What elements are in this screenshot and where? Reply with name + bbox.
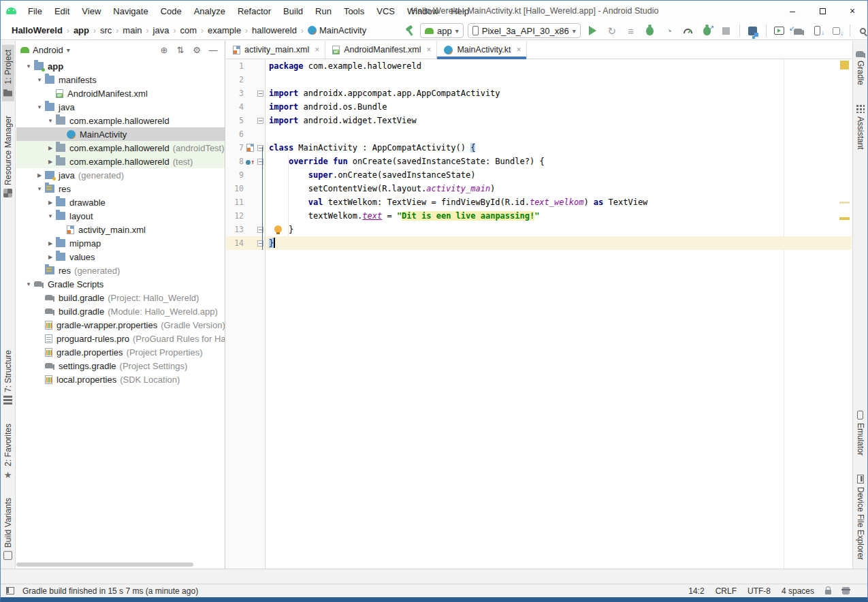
locate-file-button[interactable]: ⊕ bbox=[158, 45, 170, 55]
device-select[interactable]: Pixel_3a_API_30_x86 ▾ bbox=[468, 23, 581, 38]
code-pane[interactable]: package com.example.hallowereldimport an… bbox=[266, 59, 852, 569]
gutter-line-12[interactable]: 12 bbox=[226, 209, 265, 223]
menu-file[interactable]: File bbox=[22, 1, 48, 21]
tree-row-drawable[interactable]: ▶drawable bbox=[16, 195, 225, 209]
tool-stripe-emulator[interactable]: Emulator bbox=[854, 406, 867, 460]
settings-gear-button[interactable]: ⚙ bbox=[191, 45, 203, 55]
tree-row-layout[interactable]: ▼layout bbox=[16, 209, 225, 223]
highlighting-level-icon[interactable] bbox=[842, 587, 850, 595]
tree-expanded-arrow-icon[interactable]: ▼ bbox=[23, 63, 34, 69]
maximize-button[interactable] bbox=[807, 1, 837, 21]
tool-stripe-device-file-explorer[interactable]: Device File Explorer bbox=[854, 470, 867, 565]
tree-row-com-example-hallowereld-test[interactable]: ▶com.example.hallowereld(test) bbox=[16, 155, 225, 168]
tree-row-build-gradle-module-hallo-wereld-app[interactable]: build.gradle(Module: Hallo_Wereld.app) bbox=[16, 304, 225, 318]
menu-navigate[interactable]: Navigate bbox=[107, 1, 154, 21]
gutter-line-2[interactable]: 2 bbox=[226, 73, 265, 86]
tree-collapsed-arrow-icon[interactable]: ▶ bbox=[45, 240, 56, 247]
search-everywhere-button[interactable] bbox=[855, 23, 868, 38]
run-configuration-select[interactable]: app ▾ bbox=[420, 23, 464, 38]
tree-row-values[interactable]: ▶values bbox=[16, 250, 225, 264]
gutter-line-1[interactable]: 1 bbox=[226, 59, 265, 73]
menu-build[interactable]: Build bbox=[277, 1, 309, 21]
tree-row-com-example-hallowereld-androidtest[interactable]: ▶com.example.hallowereld(androidTest) bbox=[16, 141, 225, 155]
menu-run[interactable]: Run bbox=[309, 1, 338, 21]
gutter-line-9[interactable]: 9 bbox=[226, 168, 265, 182]
tree-row-mipmap[interactable]: ▶mipmap bbox=[16, 236, 225, 250]
inspections-indicator[interactable] bbox=[840, 61, 849, 69]
indent-setting[interactable]: 4 spaces bbox=[782, 586, 814, 596]
gutter-line-4[interactable]: 4 bbox=[226, 100, 265, 114]
apply-code-changes-button[interactable]: ≡ bbox=[623, 23, 639, 38]
tree-row-androidmanifest-xml[interactable]: AndroidManifest.xml bbox=[16, 86, 225, 100]
tree-expanded-arrow-icon[interactable]: ▼ bbox=[23, 281, 34, 287]
tool-stripe-resource-manager[interactable]: Resource Manager bbox=[2, 111, 14, 202]
hide-panel-button[interactable]: — bbox=[207, 45, 219, 55]
tree-row-java-generated[interactable]: ▶java(generated) bbox=[16, 168, 225, 182]
tool-stripe-7-structure[interactable]: 7: Structure bbox=[2, 345, 14, 409]
apply-changes-restart-button[interactable]: ↻ bbox=[604, 23, 620, 38]
gutter-line-11[interactable]: 11 bbox=[226, 195, 265, 209]
tree-row-app[interactable]: ▼app bbox=[16, 59, 225, 73]
tab-close-icon[interactable]: × bbox=[516, 45, 521, 54]
tab-activity-main-xml[interactable]: activity_main.xml× bbox=[226, 41, 325, 59]
tool-stripe-assistant[interactable]: Assistant bbox=[854, 99, 867, 155]
menu-analyze[interactable]: Analyze bbox=[188, 1, 231, 21]
tree-row-settings-gradle-project-settings[interactable]: settings.gradle(Project Settings) bbox=[16, 359, 225, 373]
fold-marker-icon[interactable] bbox=[257, 118, 263, 124]
minimize-button[interactable]: – bbox=[777, 1, 807, 21]
gutter-line-13[interactable]: 13 bbox=[226, 223, 265, 236]
stop-button[interactable] bbox=[718, 23, 735, 38]
debug-button[interactable] bbox=[642, 23, 658, 38]
breadcrumb-item-hallowereld[interactable]: HalloWereld bbox=[10, 25, 64, 35]
tree-row-com-example-hallowereld[interactable]: ▼com.example.hallowereld bbox=[16, 114, 225, 127]
gutter-line-6[interactable]: 6 bbox=[226, 127, 265, 141]
tree-row-java[interactable]: ▼java bbox=[16, 100, 225, 114]
warning-stripe-mark[interactable] bbox=[839, 202, 850, 204]
breadcrumb-item-hallowereld[interactable]: hallowereld bbox=[251, 25, 298, 35]
tool-stripe-2-favorites[interactable]: 2: Favorites bbox=[2, 419, 14, 484]
tree-row-gradle-scripts[interactable]: ▼Gradle Scripts bbox=[16, 277, 225, 291]
tree-row-manifests[interactable]: ▼manifests bbox=[16, 73, 225, 86]
layout-gutter-icon[interactable] bbox=[246, 144, 254, 152]
tree-row-mainactivity[interactable]: MainActivity bbox=[16, 127, 225, 141]
tree-row-gradle-properties-project-properties[interactable]: gradle.properties(Project Properties) bbox=[16, 345, 225, 359]
project-view-select[interactable]: Android ▾ bbox=[20, 45, 70, 55]
tree-expanded-arrow-icon[interactable]: ▼ bbox=[45, 118, 56, 124]
project-tree-horizontal-scrollbar[interactable] bbox=[16, 563, 193, 567]
tab-close-icon[interactable]: × bbox=[315, 45, 319, 54]
menu-refactor[interactable]: Refactor bbox=[231, 1, 277, 21]
sdk-manager-button[interactable]: ↓ bbox=[809, 23, 826, 38]
run-button[interactable] bbox=[585, 23, 601, 38]
breadcrumb-item-example[interactable]: example bbox=[206, 25, 242, 35]
tree-collapsed-arrow-icon[interactable]: ▶ bbox=[45, 200, 56, 206]
avd-manager-button[interactable] bbox=[771, 23, 788, 38]
gutter-line-10[interactable]: 10 bbox=[226, 182, 265, 195]
menu-vcs[interactable]: VCS bbox=[370, 1, 401, 21]
tree-row-build-gradle-project-hallo-wereld[interactable]: build.gradle(Project: Hallo_Wereld) bbox=[16, 291, 225, 304]
breadcrumb-item-app[interactable]: app bbox=[72, 25, 91, 35]
code-editor[interactable]: 1234567891011121314 package com.example.… bbox=[226, 59, 852, 569]
caret-position[interactable]: 14:2 bbox=[688, 586, 704, 596]
tree-expanded-arrow-icon[interactable]: ▼ bbox=[34, 77, 45, 83]
tab-close-icon[interactable]: × bbox=[426, 45, 431, 54]
tree-row-local-properties-sdk-location[interactable]: local.properties(SDK Location) bbox=[16, 373, 225, 386]
tab-androidmanifest-xml[interactable]: AndroidManifest.xml× bbox=[325, 41, 437, 59]
readonly-lock-icon[interactable] bbox=[825, 590, 831, 595]
run-coverage-button[interactable]: ◔ bbox=[661, 23, 677, 38]
tree-row-activity-main-xml[interactable]: activity_main.xml bbox=[16, 223, 225, 236]
breadcrumb-item-main[interactable]: main bbox=[121, 25, 143, 35]
line-separator[interactable]: CRLF bbox=[716, 586, 737, 596]
gutter-line-7[interactable]: 7 bbox=[226, 141, 265, 155]
override-gutter-icon[interactable] bbox=[246, 157, 254, 165]
tree-expanded-arrow-icon[interactable]: ▼ bbox=[34, 104, 45, 110]
fold-marker-icon[interactable] bbox=[257, 91, 263, 97]
tool-stripe-gradle[interactable]: Gradle bbox=[854, 45, 867, 90]
gutter-line-5[interactable]: 5 bbox=[226, 114, 265, 127]
tree-collapsed-arrow-icon[interactable]: ▶ bbox=[45, 159, 56, 165]
tool-stripe-build-variants[interactable]: Build Variants bbox=[2, 493, 14, 565]
tab-mainactivity-kt[interactable]: MainActivity.kt× bbox=[437, 41, 527, 59]
tree-collapsed-arrow-icon[interactable]: ▶ bbox=[45, 254, 56, 260]
tool-window-toggle-icon[interactable] bbox=[6, 587, 14, 595]
menu-code[interactable]: Code bbox=[155, 1, 188, 21]
attach-debugger-to-android-process-button[interactable] bbox=[745, 23, 761, 38]
